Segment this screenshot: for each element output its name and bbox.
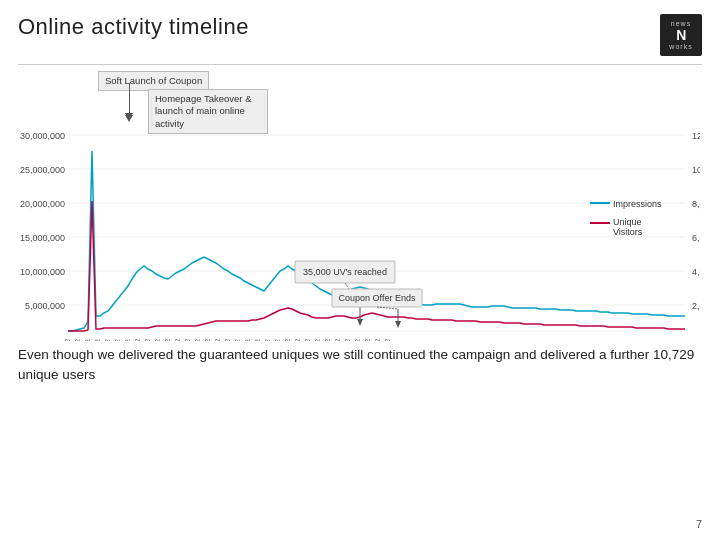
page-title: Online activity timeline: [18, 14, 249, 40]
svg-text:6/25/2012: 6/25/2012: [204, 339, 211, 341]
svg-text:7/13/2012: 7/13/2012: [294, 339, 301, 341]
svg-text:6/5/2012: 6/5/2012: [104, 339, 111, 341]
svg-text:7/5/2012: 7/5/2012: [254, 339, 261, 341]
svg-text:15,000,000: 15,000,000: [20, 233, 65, 243]
svg-text:10,000: 10,000: [692, 165, 700, 175]
svg-text:20,000,000: 20,000,000: [20, 199, 65, 209]
svg-text:6/29/2012: 6/29/2012: [224, 339, 231, 341]
svg-text:6/15/2012: 6/15/2012: [154, 339, 161, 341]
logo-bottom-text: works: [669, 43, 692, 50]
svg-text:Visitors: Visitors: [613, 227, 643, 237]
svg-text:7/19/2012: 7/19/2012: [324, 339, 331, 341]
header-divider: [18, 64, 702, 65]
svg-text:6/19/2012: 6/19/2012: [174, 339, 181, 341]
svg-text:7/11/2012: 7/11/2012: [284, 339, 291, 341]
svg-text:7/29/2012: 7/29/2012: [374, 339, 381, 341]
svg-text:8,000: 8,000: [692, 199, 700, 209]
svg-text:35,000 UV's reached: 35,000 UV's reached: [303, 267, 387, 277]
svg-text:10,000,000: 10,000,000: [20, 267, 65, 277]
chart-container: 30,000,000 25,000,000 20,000,000 15,000,…: [18, 121, 702, 341]
svg-text:6/13/2012: 6/13/2012: [144, 339, 151, 341]
svg-text:25,000,000: 25,000,000: [20, 165, 65, 175]
svg-text:7/25/2012: 7/25/2012: [354, 339, 361, 341]
svg-text:7/3/2012: 7/3/2012: [244, 339, 251, 341]
svg-text:5,000,000: 5,000,000: [25, 301, 65, 311]
svg-text:7/7/2012: 7/7/2012: [264, 339, 271, 341]
logo-main-text: N: [676, 27, 686, 43]
svg-text:7/17/2012: 7/17/2012: [314, 339, 321, 341]
svg-text:6/3/2012: 6/3/2012: [94, 339, 101, 341]
svg-text:5/30/2012: 5/30/2012: [74, 339, 81, 341]
svg-text:Coupon Offer Ends: Coupon Offer Ends: [339, 293, 416, 303]
header: Online activity timeline news N works: [18, 14, 702, 56]
svg-text:6/27/2012: 6/27/2012: [214, 339, 221, 341]
svg-text:6/7/2012: 6/7/2012: [114, 339, 121, 341]
footer-text: Even though we delivered the guaranteed …: [18, 345, 702, 386]
svg-text:6/21/2012: 6/21/2012: [184, 339, 191, 341]
svg-text:12,000: 12,000: [692, 131, 700, 141]
svg-text:6/9/2012: 6/9/2012: [124, 339, 131, 341]
svg-text:7/15/2012: 7/15/2012: [304, 339, 311, 341]
svg-text:7/9/2012: 7/9/2012: [274, 339, 281, 341]
svg-text:4,000: 4,000: [692, 267, 700, 277]
svg-marker-20: [357, 319, 363, 326]
homepage-takeover-arrow: [125, 101, 133, 122]
svg-marker-25: [395, 321, 401, 328]
svg-text:5/28/2012: 5/28/2012: [64, 339, 71, 341]
svg-text:7/21/2012: 7/21/2012: [334, 339, 341, 341]
svg-text:Unique: Unique: [613, 217, 642, 227]
svg-text:7/27/2012: 7/27/2012: [364, 339, 371, 341]
logo: news N works: [660, 14, 702, 56]
page: Online activity timeline news N works So…: [0, 0, 720, 540]
svg-text:2,000: 2,000: [692, 301, 700, 311]
svg-text:7/1/2012: 7/1/2012: [234, 339, 241, 341]
svg-text:30,000,000: 30,000,000: [20, 131, 65, 141]
svg-text:6,000: 6,000: [692, 233, 700, 243]
page-number: 7: [696, 518, 702, 530]
svg-text:6/23/2012: 6/23/2012: [194, 339, 201, 341]
svg-text:7/23/2012: 7/23/2012: [344, 339, 351, 341]
annotations-area: Soft Launch of Coupon Homepage Takeover …: [68, 71, 702, 121]
svg-text:6/11/2012: 6/11/2012: [134, 339, 141, 341]
svg-text:6/1/2012: 6/1/2012: [84, 339, 91, 341]
chart-svg: 30,000,000 25,000,000 20,000,000 15,000,…: [20, 121, 700, 341]
svg-text:6/17/2012: 6/17/2012: [164, 339, 171, 341]
svg-text:Impressions: Impressions: [613, 199, 662, 209]
logo-top-text: news: [671, 20, 691, 27]
svg-text:7/31/2012: 7/31/2012: [384, 339, 391, 341]
